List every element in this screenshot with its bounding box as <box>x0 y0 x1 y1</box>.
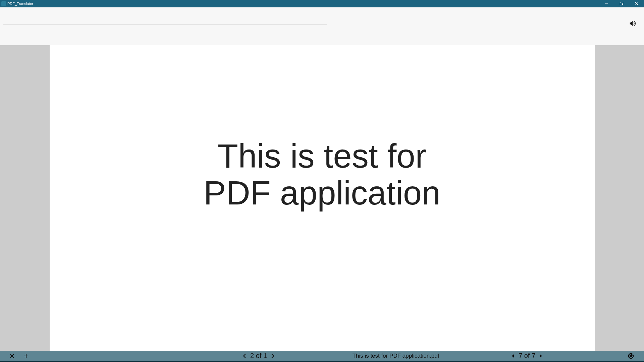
toolbar-divider <box>3 24 327 24</box>
page-navigator-left: 2 of 1 <box>242 352 275 360</box>
triangle-right-icon[interactable] <box>539 353 543 359</box>
svg-rect-2 <box>620 3 622 5</box>
close-button[interactable] <box>629 0 644 7</box>
chevron-left-icon[interactable] <box>242 353 247 359</box>
minimize-button[interactable] <box>599 0 614 7</box>
add-tab-button[interactable] <box>21 351 31 361</box>
page-indicator-left: 2 of 1 <box>250 352 267 360</box>
svg-marker-10 <box>540 354 542 358</box>
page-navigator-right: 7 of 7 <box>511 352 543 360</box>
window-title: PDF_Translator <box>7 2 33 6</box>
maximize-button[interactable] <box>614 0 629 7</box>
toolbar <box>0 7 644 45</box>
pdf-page: This is test for PDF application <box>50 45 595 351</box>
document-viewport[interactable]: This is test for PDF application <box>0 45 644 351</box>
volume-icon[interactable] <box>629 19 637 27</box>
svg-marker-9 <box>512 354 514 358</box>
chevron-right-icon[interactable] <box>270 353 275 359</box>
triangle-left-icon[interactable] <box>511 353 515 359</box>
app-icon <box>1 1 6 6</box>
page-content-text: This is test for PDF application <box>188 137 456 351</box>
statusbar: 2 of 1 This is test for PDF application.… <box>0 351 644 361</box>
close-tab-button[interactable] <box>7 351 17 361</box>
system-taskbar <box>0 361 644 362</box>
page-indicator-right: 7 of 7 <box>519 352 535 360</box>
titlebar: PDF_Translator <box>0 0 644 7</box>
filename-label: This is test for PDF application.pdf <box>353 353 439 359</box>
refresh-icon[interactable] <box>627 352 635 360</box>
